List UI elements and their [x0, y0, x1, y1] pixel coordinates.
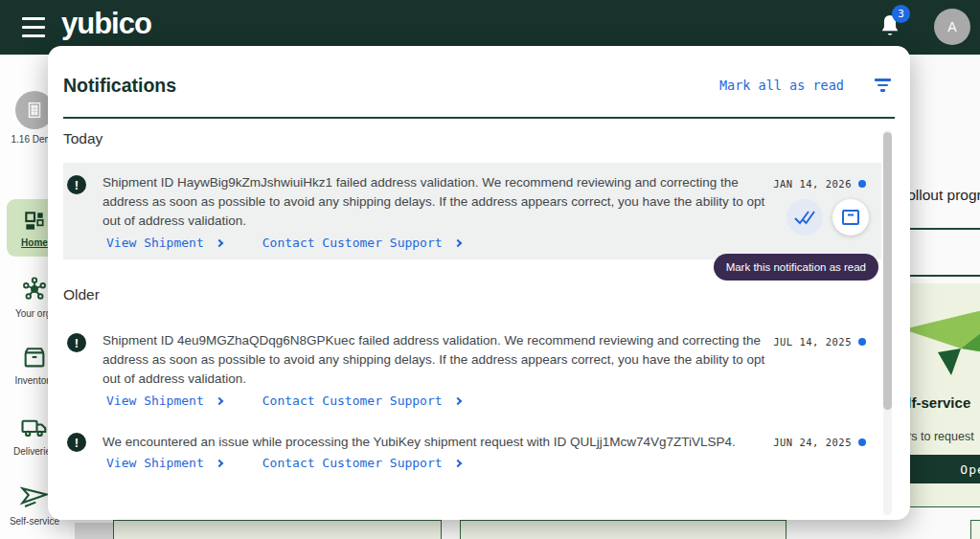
sidebar-item-label: Self-service: [10, 516, 59, 527]
unread-dot: [858, 180, 866, 188]
section-label-older: Older: [63, 286, 100, 303]
link-label: View Shipment: [106, 456, 204, 470]
tooltip: Mark this notification as read: [714, 254, 878, 281]
notification-text: Shipment ID 4eu9MGZhaQDqg6N8GPKuec faile…: [103, 331, 769, 389]
link-label: View Shipment: [106, 236, 204, 250]
panel-title: Notifications: [63, 75, 176, 97]
yubico-logo: yubico: [61, 7, 151, 41]
building-icon: [24, 100, 45, 121]
notification-count-badge: 3: [892, 5, 910, 23]
link-label: Contact Customer Support: [262, 236, 443, 250]
view-shipment-link[interactable]: View Shipment: [106, 456, 222, 470]
notification-item: ! Shipment ID HaywBig9kZmJshwiuiHkz1 fai…: [63, 163, 881, 259]
dashboard-card: [970, 520, 980, 539]
sidebar-item-label: Home: [21, 237, 48, 248]
menu-icon[interactable]: [22, 17, 45, 37]
network-icon: [20, 275, 49, 303]
scrollbar-thumb[interactable]: [883, 132, 892, 410]
notification-text: Shipment ID HaywBig9kZmJshwiuiHkz1 faile…: [103, 173, 779, 231]
page-gutter: [75, 523, 113, 539]
chevron-right-icon: [216, 238, 223, 246]
notifications-panel: Notifications Mark all as read Today ! S…: [48, 46, 910, 520]
scrollbar-track: [883, 130, 892, 515]
link-label: Contact Customer Support: [262, 393, 443, 408]
user-avatar[interactable]: A: [934, 9, 970, 45]
view-shipment-link[interactable]: View Shipment: [106, 236, 222, 250]
view-shipment-link[interactable]: View Shipment: [106, 393, 222, 408]
notification-item: ! We encountered an issue while processi…: [63, 423, 881, 483]
alert-icon: !: [67, 333, 86, 352]
alert-icon: !: [67, 433, 86, 452]
inventory-box-icon: [21, 344, 48, 371]
chevron-right-icon: [453, 459, 461, 466]
mark-read-button[interactable]: [786, 199, 823, 236]
contact-support-link[interactable]: Contact Customer Support: [262, 236, 461, 250]
chevron-right-icon: [453, 238, 461, 246]
unread-dot: [858, 438, 866, 446]
contact-support-link[interactable]: Contact Customer Support: [262, 393, 461, 408]
alert-icon: !: [67, 175, 86, 194]
notification-date: JUN 24, 2025: [773, 437, 852, 448]
header-divider: [63, 117, 895, 119]
paper-plane-icon: [20, 483, 49, 511]
notification-text: We encountered an issue while processing…: [103, 433, 850, 452]
chevron-right-icon: [216, 396, 223, 404]
double-check-icon: [793, 206, 816, 229]
section-label-today: Today: [63, 130, 103, 147]
mark-all-as-read-button[interactable]: Mark all as read: [719, 78, 844, 93]
dashboard-card: [460, 520, 786, 539]
app-root: Rollout progress Self-service users to r…: [0, 0, 980, 539]
archive-button[interactable]: [832, 199, 869, 236]
filter-icon[interactable]: [871, 75, 895, 96]
contact-support-link[interactable]: Contact Customer Support: [262, 456, 461, 470]
truck-icon: [20, 413, 49, 441]
notification-date: JUL 14, 2025: [773, 336, 852, 348]
link-label: Contact Customer Support: [262, 456, 443, 470]
notification-item: ! Shipment ID 4eu9MGZhaQDqg6N8GPKuec fai…: [63, 321, 881, 416]
notification-date: JAN 14, 2026: [773, 178, 852, 190]
dashboard-card: [113, 520, 442, 539]
unread-dot: [858, 338, 866, 346]
archive-icon: [839, 206, 862, 229]
chevron-right-icon: [216, 459, 223, 466]
link-label: View Shipment: [106, 393, 204, 408]
panel-header: Notifications Mark all as read: [63, 69, 895, 101]
chevron-right-icon: [453, 396, 461, 404]
home-grid-icon: [22, 209, 47, 234]
